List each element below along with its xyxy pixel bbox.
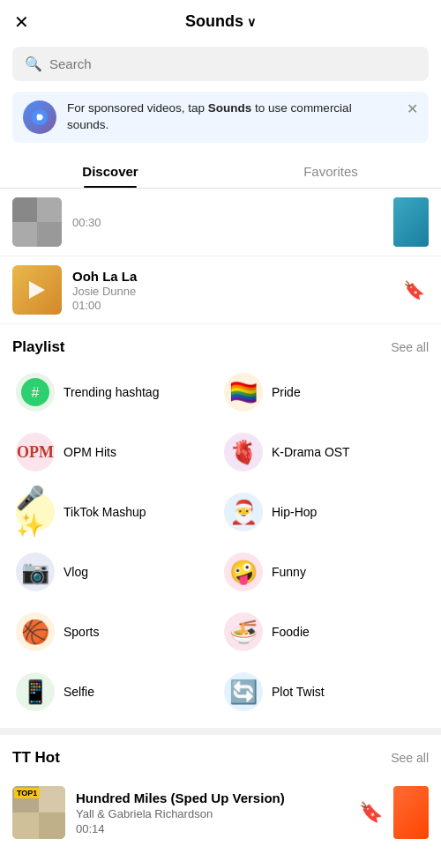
song-duration-first: 00:30 [72,216,383,229]
tt-side-image [393,786,429,839]
song-duration-oohla: 01:00 [72,299,389,312]
playlist-icon-foodie: 🍜 [224,612,263,651]
tt-hot-see-all[interactable]: See all [391,751,429,765]
tt-song-item-hundredmiles[interactable]: TOP1 Hundred Miles (Sped Up Version) Yal… [0,775,441,849]
playlist-icon-selfie: 📱 [16,672,55,711]
playlist-name-kdrama: K-Drama OST [272,445,350,459]
playlist-name-vlog: Vlog [64,565,88,579]
song-thumbnail-oohla [12,265,62,315]
svg-text:#: # [32,385,40,400]
playlist-section-header: Playlist See all [0,324,441,365]
playlist-name-trending: Trending hashtag [64,385,159,399]
svg-rect-3 [12,197,37,222]
svg-rect-11 [39,812,65,839]
tab-discover[interactable]: Discover [0,155,220,188]
playlist-item-plottwist[interactable]: 🔄 Plot Twist [220,664,429,719]
song-artist-oohla: Josie Dunne [72,285,389,298]
info-banner: For sponsored videos, tap Sounds to use … [12,92,429,143]
playlist-icon-pride: 🏳️‍🌈 [224,373,263,412]
song-title-oohla: Ooh La La [72,269,389,284]
tt-song-thumbnail: TOP1 [12,786,65,839]
playlist-name-foodie: Foodie [272,625,310,639]
banner-close-button[interactable]: ✕ [407,100,418,117]
playlist-item-hiphop[interactable]: 🎅 Hip-Hop [220,485,429,539]
playlist-name-tiktok: TikTok Mashup [64,505,146,519]
svg-rect-4 [37,222,62,247]
top1-badge: TOP1 [14,788,40,798]
tt-song-title: Hundred Miles (Sped Up Version) [76,790,348,805]
bookmark-button-oohla[interactable]: 🔖 [400,276,429,304]
playlist-item-opm[interactable]: OPM OPM Hits [12,425,220,479]
title-text: Sounds [185,12,243,31]
playlist-item-vlog[interactable]: 📷 Vlog [12,545,220,599]
playlist-icon-kdrama: 🫀 [224,433,263,471]
tab-favorites[interactable]: Favorites [220,155,441,188]
tt-song-artist: Yall & Gabriela Richardson [76,807,348,820]
playlist-icon-opm: OPM [16,433,55,471]
song-side-image-first [393,197,429,247]
header: ✕ Sounds ∨ [0,0,441,43]
sounds-icon [23,100,56,134]
song-info-oohla: Ooh La La Josie Dunne 01:00 [72,269,389,312]
song-item-first[interactable]: 00:30 [0,189,441,256]
header-title: Sounds ∨ [185,12,256,31]
close-button[interactable]: ✕ [14,11,29,33]
playlist-item-kdrama[interactable]: 🫀 K-Drama OST [220,425,429,479]
search-bar: 🔍 [12,47,429,81]
song-item-oohla[interactable]: Ooh La La Josie Dunne 01:00 🔖 [0,256,441,324]
playlist-title: Playlist [12,338,65,356]
playlist-icon-hiphop: 🎅 [224,493,263,531]
chevron-down-icon[interactable]: ∨ [247,15,256,29]
playlist-icon-vlog: 📷 [16,553,55,591]
playlist-name-sports: Sports [64,625,99,639]
playlist-icon-funny: 🤪 [224,553,263,591]
play-icon [29,281,45,299]
search-icon: 🔍 [25,56,42,72]
playlist-icon-plottwist: 🔄 [224,672,263,711]
tt-hot-section-header: TT Hot See all [0,735,441,775]
tt-song-info: Hundred Miles (Sped Up Version) Yall & G… [76,790,348,835]
svg-rect-10 [12,812,39,839]
playlist-name-selfie: Selfie [64,685,94,699]
search-input[interactable] [49,56,416,71]
tt-bookmark-button[interactable]: 🔖 [359,801,383,824]
section-divider [0,728,441,735]
tt-hot-title: TT Hot [12,749,60,767]
playlist-item-trending[interactable]: # Trending hashtag [12,365,220,419]
playlist-item-pride[interactable]: 🏳️‍🌈 Pride [220,365,429,419]
tt-song-duration: 00:14 [76,822,348,835]
playlist-name-hiphop: Hip-Hop [272,505,317,519]
playlist-icon-sports: 🏀 [16,612,55,651]
svg-rect-9 [39,786,65,812]
song-thumbnail-first [12,197,62,247]
playlist-name-funny: Funny [272,565,306,579]
playlist-grid: # Trending hashtag 🏳️‍🌈 Pride OPM OPM Hi… [0,365,441,719]
song-info-first: 00:30 [72,216,383,229]
playlist-see-all[interactable]: See all [391,340,429,354]
playlist-item-sports[interactable]: 🏀 Sports [12,605,220,659]
playlist-icon-tiktok: 🎤✨ [16,493,55,531]
playlist-item-foodie[interactable]: 🍜 Foodie [220,605,429,659]
playlist-item-selfie[interactable]: 📱 Selfie [12,664,220,719]
tab-bar: Discover Favorites [0,155,441,189]
playlist-icon-trending: # [16,373,55,412]
playlist-name-opm: OPM Hits [64,445,116,459]
playlist-name-pride: Pride [272,385,301,399]
playlist-item-funny[interactable]: 🤪 Funny [220,545,429,599]
banner-text: For sponsored videos, tap Sounds to use … [67,100,396,134]
playlist-name-plottwist: Plot Twist [272,685,325,699]
playlist-item-tiktok[interactable]: 🎤✨ TikTok Mashup [12,485,220,539]
